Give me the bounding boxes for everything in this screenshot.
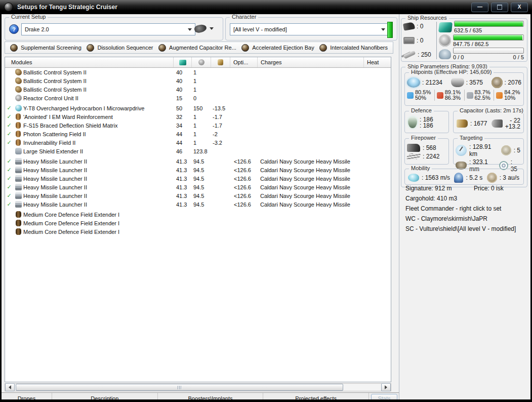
col-capacitor <box>211 57 230 67</box>
fitted-check-icon: ✓ <box>5 139 13 146</box>
tab-projected-effects[interactable]: Projected effects <box>263 393 369 399</box>
help-icon[interactable]: ? <box>9 24 19 34</box>
subsystem-tab[interactable]: Dissolution Sequencer <box>87 44 153 52</box>
module-row[interactable]: Ballistic Control System II401 <box>5 68 391 76</box>
current-setup-group: Current Setup ? Drake 2.0 <box>5 17 223 41</box>
setup-select-value: Drake 2.0 <box>25 26 188 32</box>
module-row[interactable]: Ballistic Control System II401 <box>5 76 391 85</box>
turret-count: : 0 <box>417 23 423 30</box>
subsystem-tab-label: Dissolution Sequencer <box>97 45 153 51</box>
tab-description[interactable]: Description <box>52 393 158 399</box>
module-row[interactable]: ✓Heavy Missile Launcher II41.394.5<126.6… <box>5 166 391 174</box>
setup-select[interactable]: Drake 2.0 <box>21 23 195 35</box>
subsystem-tab[interactable]: Intercalated Nanofibers <box>319 44 388 52</box>
module-row[interactable]: Large Shield Extender II46123.8 <box>5 147 391 155</box>
wing-commander-text[interactable]: WC - Claymore\skirmish\JaPR <box>405 214 527 224</box>
subsystem-tab[interactable]: Augmented Capacitor Re... <box>158 44 236 52</box>
module-name: Heavy Missile Launcher II <box>23 202 173 208</box>
resist-values: 84.2%10% <box>504 90 520 101</box>
module-icon-cell <box>13 201 23 208</box>
scroll-right-button[interactable] <box>381 383 391 391</box>
module-row[interactable]: ✓Heavy Missile Launcher II41.394.5<126.6… <box>5 183 391 191</box>
module-row[interactable]: ✓Photon Scattering Field II441-2 <box>5 130 391 138</box>
price-text: Price: 0 isk <box>474 183 504 193</box>
module-powergrid: 94.5 <box>191 184 211 190</box>
module-row[interactable]: ✓Invulnerability Field II441-3.2 <box>5 138 391 147</box>
module-charge: Caldari Navy Scourge Heavy Missile <box>257 193 363 199</box>
module-row[interactable]: ✓F-S15 Braced Deflection Shield Matrix34… <box>5 121 391 130</box>
right-pane: Ship Resources : 0 : 0 : 250 632.5 / 635 <box>399 14 530 399</box>
kinetic-resist-icon <box>467 92 473 99</box>
module-charge: Caldari Navy Scourge Heavy Missile <box>257 184 363 190</box>
max-velocity-icon <box>408 174 419 182</box>
resist-explosive: 84.2%10% <box>494 90 523 101</box>
fleet-commander-text[interactable]: Fleet Commander - right click to set <box>405 204 527 214</box>
module-icon <box>16 220 21 226</box>
character-select[interactable]: [All level V - modified] <box>230 23 389 35</box>
structure-hp: : 2076 <box>505 79 521 86</box>
powergrid-icon <box>198 59 204 65</box>
module-icon-cell <box>13 77 23 84</box>
module-row[interactable]: Ballistic Control System II401 <box>5 85 391 94</box>
scroll-left-button[interactable] <box>5 383 15 391</box>
module-row[interactable]: ✓Heavy Missile Launcher II41.394.5<126.6… <box>5 200 391 209</box>
align-time-icon <box>454 173 463 183</box>
module-row[interactable]: Medium Core Defence Field Extender I <box>5 219 391 227</box>
module-cpu: 41.3 <box>173 158 191 165</box>
module-row[interactable]: Medium Core Defence Field Extender I <box>5 210 391 219</box>
horizontal-scrollbar[interactable] <box>5 383 391 391</box>
module-optimal: <126.6 <box>230 167 257 173</box>
booster-icon <box>492 119 503 128</box>
scrollbar-thumb[interactable] <box>16 384 343 391</box>
launcher-count: : 0 <box>417 37 423 44</box>
cpu-icon <box>179 60 186 65</box>
module-icon-cell <box>13 175 23 182</box>
module-row[interactable]: Medium Core Defence Field Extender I <box>5 227 391 236</box>
subsystem-tab[interactable]: Supplemental Screening <box>10 44 81 52</box>
dps-icon <box>405 153 422 159</box>
resist-em: 80.5%50% <box>405 90 434 101</box>
module-cpu: 40 <box>173 78 191 84</box>
module-icon <box>15 148 22 154</box>
module-row[interactable]: Reactor Control Unit II150 <box>5 94 391 102</box>
col-cpu <box>173 57 191 67</box>
ship-icon <box>193 23 207 34</box>
subsystem-tab[interactable]: Accelerated Ejection Bay <box>241 44 314 52</box>
ship-menu-button[interactable] <box>194 25 214 32</box>
tab-drones[interactable]: Drones <box>2 393 52 399</box>
chevron-down-icon <box>381 28 385 31</box>
defence-bottom: : 186 <box>420 123 433 129</box>
module-row[interactable]: ✓Heavy Missile Launcher II41.394.5<126.6… <box>5 191 391 200</box>
module-name: Heavy Missile Launcher II <box>23 167 173 173</box>
capacitor-icon <box>218 59 223 65</box>
capacitor-recharge: +13.2 <box>505 124 520 130</box>
subsystem-tabs: Supplemental ScreeningDissolution Sequen… <box>5 42 393 54</box>
hitpoints-label: Hitpoints (Effective HP: 145,609) <box>409 69 494 75</box>
module-row[interactable]: ✓'Anointed' I EM Ward Reinforcement321-1… <box>5 112 391 121</box>
module-icon <box>15 192 22 199</box>
module-optimal: <126.6 <box>230 193 257 199</box>
module-powergrid: 1 <box>191 78 211 84</box>
minimize-button[interactable]: — <box>471 3 488 12</box>
module-powergrid: 94.5 <box>191 193 211 199</box>
fitted-check-icon: ✓ <box>5 105 13 111</box>
ship-parameters-group: Ship Parameters (Rating: 9,093) Hitpoint… <box>401 67 527 187</box>
powergrid-usage-text: 847.75 / 862.5 <box>453 41 488 47</box>
close-button[interactable]: X <box>511 3 528 12</box>
turret-hardpoint-icon <box>403 22 415 31</box>
module-optimal: <126.6 <box>230 184 257 190</box>
module-powergrid: 1 <box>191 140 211 146</box>
powergrid-bar-fill <box>454 35 522 40</box>
module-row[interactable]: ✓Heavy Missile Launcher II41.394.5<126.6… <box>5 174 391 183</box>
module-icon <box>15 77 22 84</box>
skill-level-bar <box>387 22 393 38</box>
stats-button[interactable]: Stats <box>371 394 397 400</box>
app-window: Setups for Tengu Strategic Cruiser — X C… <box>0 0 532 402</box>
module-row[interactable]: ✓Y-T8 Overcharged Hydrocarbon I Microwar… <box>5 104 391 112</box>
tab-boosters-implants[interactable]: Boosters\Implants <box>158 393 264 399</box>
module-row[interactable]: ✓Heavy Missile Launcher II41.394.5<126.6… <box>5 157 391 166</box>
squad-commander-text[interactable]: SC - Vulture\shield\[All level V - modif… <box>405 224 527 234</box>
structure-hp-icon <box>492 77 503 88</box>
maximize-button[interactable] <box>491 3 508 12</box>
module-icon <box>16 228 21 235</box>
